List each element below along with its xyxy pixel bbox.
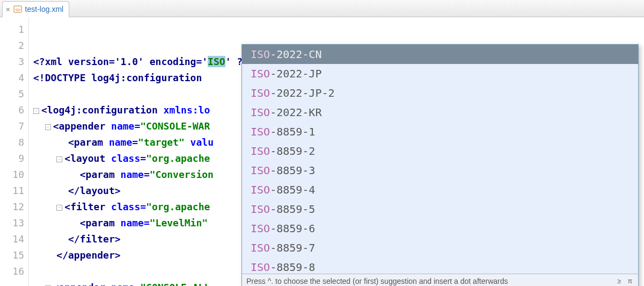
code-token: <param [80, 169, 121, 180]
gutter: 12345678910111213141516 [0, 17, 29, 286]
completion-match: ISO [251, 261, 270, 274]
line-number: 15 [0, 247, 24, 263]
tab-title: test-log.xml [25, 5, 64, 13]
code-token: name= [111, 120, 140, 132]
line-number: 14 [0, 231, 24, 247]
line-number: 7 [0, 118, 24, 134]
encoding-selection: ISO [208, 56, 225, 67]
fold-icon[interactable]: − [56, 156, 62, 162]
completion-suffix: -8859-5 [270, 203, 315, 216]
completion-suffix: -8859-3 [270, 164, 315, 177]
line-number: 5 [0, 86, 24, 102]
xml-file-icon: <> [13, 5, 22, 13]
code-token: <filter [64, 201, 111, 212]
completion-item[interactable]: ISO-8859-3 [242, 161, 638, 180]
code-token: </layout> [68, 185, 121, 196]
line-number: 16 [0, 263, 24, 280]
completion-match: ISO [251, 222, 270, 235]
code-token: "org.apache [146, 153, 210, 164]
code-token: name= [111, 282, 140, 286]
close-icon[interactable]: × [6, 5, 10, 13]
code-token: <!DOCTYPE log4j:configuration [33, 72, 202, 83]
tab-bar: × <> test-log.xml [0, 0, 644, 17]
completion-suffix: -8859-8 [270, 261, 315, 274]
completion-hint-text: Press ^. to choose the selected (or firs… [246, 277, 508, 285]
completion-match: ISO [251, 183, 270, 196]
fold-icon[interactable]: − [33, 108, 39, 114]
line-number: 3 [0, 54, 24, 70]
code-token: xmlns:lo [164, 104, 210, 116]
code-token: class= [111, 153, 146, 164]
code-token: "org.apache [146, 201, 210, 212]
svg-text:<>: <> [15, 8, 20, 12]
line-number: 8 [0, 134, 24, 151]
line-number: 9 [0, 151, 24, 167]
line-number: 10 [0, 167, 24, 183]
completion-item[interactable]: ISO-8859-6 [242, 219, 638, 238]
code-token: class= [111, 201, 146, 212]
code-token: "LevelMin" [150, 217, 208, 228]
completion-item[interactable]: ISO-8859-5 [242, 199, 638, 219]
line-number: 4 [0, 70, 24, 86]
pi-icon[interactable]: π [626, 277, 634, 285]
filter-icon[interactable]: ≥ [616, 277, 623, 285]
completion-item[interactable]: ISO-2022-CN [242, 45, 638, 64]
code-token: <appender [53, 282, 111, 286]
code-token: "CONSOLE-ALL [140, 282, 210, 286]
completion-item[interactable]: ISO-8859-2 [242, 141, 638, 161]
code-token: </filter> [68, 233, 121, 245]
completion-match: ISO [251, 203, 270, 216]
completion-item[interactable]: ISO-8859-4 [242, 180, 638, 199]
completion-list[interactable]: ISO-2022-CNISO-2022-JPISO-2022-JP-2ISO-2… [242, 45, 638, 274]
code-token: <log4j:configuration [41, 104, 164, 116]
completion-item[interactable]: ISO-2022-KR [242, 103, 638, 122]
code-token: <layout [64, 153, 111, 164]
line-number: 2 [0, 38, 24, 54]
completion-match: ISO [251, 164, 270, 177]
completion-item[interactable]: ISO-2022-JP [242, 64, 638, 83]
completion-match: ISO [251, 48, 270, 61]
code-token: <param [80, 217, 121, 228]
code-token: valu [185, 137, 214, 148]
completion-suffix: -2022-CN [270, 48, 321, 61]
completion-match: ISO [251, 145, 270, 158]
completion-item[interactable]: ISO-8859-7 [242, 238, 638, 258]
completion-match: ISO [251, 125, 270, 138]
completion-match: ISO [251, 87, 270, 99]
completion-item[interactable]: ISO-8859-1 [242, 122, 638, 141]
completion-suffix: -8859-6 [270, 222, 315, 235]
line-number: 11 [0, 183, 24, 199]
code-token: <param [68, 137, 109, 148]
code-token: "target" [138, 137, 185, 148]
completion-popup: ISO-2022-CNISO-2022-JPISO-2022-JP-2ISO-2… [241, 44, 639, 286]
completion-hint-bar: Press ^. to choose the selected (or firs… [242, 274, 638, 286]
code-token: "CONSOLE-WAR [140, 120, 210, 132]
completion-suffix: -2022-JP [270, 67, 321, 80]
code-token: name= [109, 137, 138, 148]
completion-suffix: -8859-4 [270, 183, 315, 196]
completion-suffix: -8859-2 [270, 145, 315, 158]
completion-item[interactable]: ISO-2022-JP-2 [242, 83, 638, 103]
editor: 12345678910111213141516 <?xml version='1… [0, 17, 644, 286]
completion-match: ISO [251, 67, 270, 80]
completion-suffix: -8859-1 [270, 125, 315, 138]
completion-suffix: -8859-7 [270, 241, 315, 254]
code-token: name= [121, 217, 150, 228]
line-number: 1 [0, 22, 24, 38]
code-token: <?xml version='1.0' encoding=' [33, 56, 208, 67]
fold-icon[interactable]: − [45, 124, 51, 130]
code-token: name= [121, 169, 150, 180]
completion-item[interactable]: ISO-8859-8 [242, 258, 638, 274]
editor-tab[interactable]: × <> test-log.xml [2, 1, 69, 17]
line-number: 6 [0, 102, 24, 118]
completion-match: ISO [251, 106, 270, 119]
line-number: 12 [0, 199, 24, 215]
code-token: "Conversion [150, 169, 214, 180]
line-number: 13 [0, 215, 24, 231]
code-token: <appender [53, 120, 111, 132]
fold-icon[interactable]: − [56, 205, 62, 211]
code-token: </appender> [56, 249, 120, 261]
completion-suffix: -2022-KR [270, 106, 321, 119]
completion-suffix: -2022-JP-2 [270, 87, 334, 99]
completion-match: ISO [251, 241, 270, 254]
